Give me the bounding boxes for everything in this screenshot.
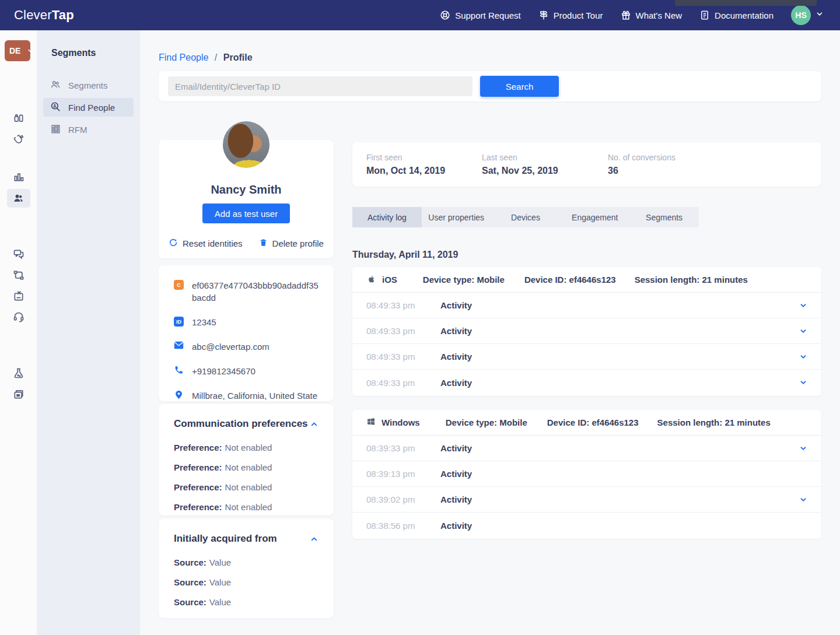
- sidebar-item-label: RFM: [68, 125, 88, 135]
- sidebar-item-segments[interactable]: Segments: [43, 76, 134, 94]
- content-icon[interactable]: [7, 287, 30, 306]
- sidebar-item-label: Find People: [68, 103, 115, 113]
- identity-value: 12345: [192, 316, 318, 328]
- tab-engagement[interactable]: Engagement: [560, 207, 629, 227]
- life-ring-icon: [440, 10, 450, 20]
- stat-first-seen: First seen Mon, Oct 14, 2019: [366, 153, 482, 176]
- activity-row[interactable]: 08:38:56 pm Activity: [352, 513, 821, 538]
- tab-devices[interactable]: Devices: [491, 207, 561, 227]
- chevron-down-icon[interactable]: [799, 378, 807, 387]
- chat-icon[interactable]: [7, 245, 30, 264]
- windows-device-card: Windows Device type: Mobile Device ID: e…: [352, 410, 821, 539]
- refresh-icon: [169, 238, 178, 249]
- chevron-up-icon[interactable]: [310, 535, 318, 543]
- project-badge-label: DE: [5, 46, 24, 55]
- add-test-user-button[interactable]: Add as test user: [202, 204, 290, 223]
- phone-row: +919812345670: [174, 365, 318, 377]
- bar-chart-icon[interactable]: [7, 168, 30, 187]
- activity-row[interactable]: 08:49:33 pm Activity: [352, 344, 821, 370]
- device-id: Device ID: ef4646s123: [547, 418, 639, 427]
- headset-icon[interactable]: [7, 308, 30, 327]
- chevron-down-icon[interactable]: [799, 327, 807, 335]
- delete-profile-button[interactable]: Delete profile: [259, 238, 324, 249]
- trash-icon: [259, 238, 268, 249]
- source-row: Source:Value: [174, 557, 318, 567]
- device-header: Windows Device type: Mobile Device ID: e…: [352, 410, 821, 436]
- sidebar-item-rfm[interactable]: RFM: [43, 120, 134, 139]
- reset-identities-button[interactable]: Reset identities: [169, 238, 243, 249]
- device-type: Device type: Mobile: [446, 418, 527, 427]
- activity-row[interactable]: 08:49:33 pm Activity: [352, 318, 821, 344]
- document-icon: [699, 10, 710, 20]
- breadcrumb: Find People / Profile: [159, 52, 253, 63]
- project-switcher[interactable]: DE: [5, 40, 30, 61]
- search-input[interactable]: [168, 76, 473, 96]
- nav-documentation[interactable]: Documentation: [699, 10, 774, 20]
- user-menu[interactable]: HS: [791, 5, 824, 25]
- dashboard-icon[interactable]: [7, 110, 30, 128]
- activity-row[interactable]: 08:49:33 pm Activity: [352, 293, 821, 318]
- preference-row: Preference:Not enabled: [174, 462, 318, 472]
- clevertap-id-row: C ef06377e477043bbb90adaddf35bacdd: [174, 279, 318, 304]
- tab-segments[interactable]: Segments: [629, 207, 699, 227]
- location-pin-icon: [174, 390, 184, 399]
- activity-row[interactable]: 08:39:33 pm Activity: [352, 436, 821, 461]
- journey-icon[interactable]: [7, 266, 30, 285]
- magnet-icon[interactable]: [7, 131, 30, 149]
- chevron-down-icon: [816, 10, 824, 20]
- profile-name: Nancy Smith: [159, 183, 334, 197]
- nav-product-tour[interactable]: Product Tour: [538, 10, 603, 20]
- breadcrumb-separator: /: [215, 52, 217, 62]
- email-value: abc@clevertap.com: [192, 341, 318, 353]
- section-title: Initially acquired from: [174, 533, 277, 545]
- clevertap-logo[interactable]: CleverTap: [14, 8, 74, 23]
- chevron-down-icon[interactable]: [799, 496, 807, 504]
- nav-whats-new[interactable]: What's New: [621, 10, 682, 20]
- user-avatar[interactable]: HS: [791, 5, 811, 25]
- preference-row: Preference:Not enabled: [174, 443, 318, 452]
- clevertap-id-badge: C: [174, 280, 184, 290]
- communication-preferences-card: Communication preferences Preference:Not…: [159, 404, 334, 515]
- breadcrumb-find-people-link[interactable]: Find People: [159, 52, 208, 62]
- initially-acquired-card: Initially acquired from Source:Value Sou…: [159, 519, 334, 618]
- tab-user-properties[interactable]: User properties: [422, 207, 491, 227]
- apple-icon: [366, 273, 376, 286]
- people-outline-icon: [50, 79, 61, 92]
- activity-row[interactable]: 08:49:33 pm Activity: [352, 370, 821, 395]
- activity-row[interactable]: 08:39:02 pm Activity: [352, 487, 821, 513]
- device-header: iOS Device type: Mobile Device ID: ef464…: [352, 267, 821, 293]
- profile-photo: [223, 121, 270, 168]
- activity-row[interactable]: 08:39:13 pm Activity: [352, 461, 821, 487]
- ios-device-card: iOS Device type: Mobile Device ID: ef464…: [352, 267, 821, 396]
- nav-support-request[interactable]: Support Request: [440, 10, 521, 20]
- clevertap-id-value: ef06377e477043bbb90adaddf35bacdd: [192, 279, 318, 304]
- segments-sidebar: Segments Segments Find People RFM: [37, 30, 140, 635]
- sidebar-item-find-people[interactable]: Find People: [43, 98, 134, 117]
- people-icon[interactable]: [7, 189, 30, 208]
- chevron-up-icon[interactable]: [310, 420, 318, 429]
- phone-value: +919812345670: [192, 365, 318, 377]
- preference-row: Preference:Not enabled: [174, 502, 318, 512]
- chevron-down-icon[interactable]: [799, 353, 807, 361]
- stats-card: First seen Mon, Oct 14, 2019 Last seen S…: [352, 142, 821, 187]
- email-icon: [174, 341, 184, 349]
- windows-icon: [366, 417, 376, 428]
- breadcrumb-current: Profile: [223, 52, 253, 62]
- grid-icon: [50, 124, 61, 136]
- device-id: Device ID: ef4646s123: [524, 275, 616, 285]
- chevron-down-icon: [24, 47, 37, 54]
- preference-row: Preference:Not enabled: [174, 482, 318, 492]
- identity-row: ID 12345: [174, 316, 318, 328]
- email-row: abc@clevertap.com: [174, 341, 318, 353]
- tab-activity-log[interactable]: Activity log: [352, 207, 422, 227]
- search-button[interactable]: Search: [480, 76, 559, 97]
- reports-icon[interactable]: [7, 385, 30, 404]
- flask-icon[interactable]: [7, 364, 30, 383]
- identities-card: C ef06377e477043bbb90adaddf35bacdd ID 12…: [159, 265, 334, 401]
- identity-badge: ID: [174, 317, 184, 327]
- stat-conversions: No. of conversions 36: [608, 153, 676, 176]
- chevron-down-icon[interactable]: [799, 444, 807, 452]
- chevron-down-icon[interactable]: [799, 301, 807, 310]
- sidebar-item-label: Segments: [68, 80, 108, 90]
- session-length: Session length: 21 minutes: [657, 418, 771, 427]
